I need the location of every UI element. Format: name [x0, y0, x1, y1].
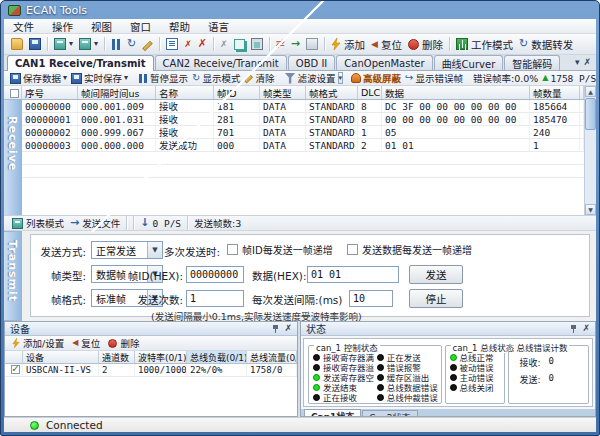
device-checkbox[interactable] — [11, 365, 20, 374]
pause-button[interactable] — [108, 38, 124, 51]
tab-close-icon[interactable]: ✗ — [583, 57, 591, 67]
pin-icon[interactable] — [570, 324, 578, 333]
show-error-frame-button[interactable]: ↪显示错误帧 — [403, 71, 465, 85]
close-icon[interactable]: ✗ — [284, 324, 292, 333]
copy-button[interactable] — [231, 38, 248, 51]
delete-button[interactable]: 删除 — [405, 36, 446, 53]
filter-dropdown[interactable]: ▾ — [338, 72, 344, 84]
column-header[interactable]: 设备 — [23, 351, 99, 363]
device-load-cell: 22%/0% — [187, 364, 247, 376]
frame-id-input[interactable]: 00000000 — [186, 266, 244, 283]
column-header[interactable]: 数据 — [382, 86, 530, 99]
filter-settings-button[interactable]: 滤波设置 — [283, 71, 338, 85]
cut-button[interactable]: ✗ — [217, 37, 231, 51]
work-mode-button[interactable]: 工作模式 — [453, 36, 516, 53]
clear-button[interactable] — [139, 40, 156, 49]
scroll-up-icon[interactable]: ▲ — [585, 86, 596, 97]
column-header[interactable]: 帧类型 — [260, 86, 306, 99]
frame-type-label: 帧类型: — [31, 268, 86, 283]
interval-input[interactable]: 10 — [349, 290, 393, 307]
go-button[interactable]: → — [288, 37, 303, 51]
data-increment-checkbox[interactable] — [347, 244, 358, 255]
column-header[interactable]: 总线流量(0/1) — [247, 351, 297, 363]
table-cell: 000.001.031 — [78, 113, 156, 125]
column-header[interactable]: 帧格式 — [306, 86, 358, 99]
table-row[interactable]: 00000001000.001.031接收281DATASTANDARD800 … — [22, 113, 584, 126]
tab-can1-status[interactable]: Can1状态 — [304, 409, 361, 417]
delete-frame-button[interactable]: ✗ — [181, 37, 195, 51]
receive-scrollbar[interactable]: ▲ ▼ — [584, 86, 596, 215]
data-hex-input[interactable]: 01 01 — [307, 266, 399, 283]
paste-button[interactable] — [248, 37, 266, 51]
tab-smart-decode[interactable]: 智能解码 — [504, 55, 560, 70]
caret-down-icon: ▾ — [94, 39, 98, 49]
device-add-button[interactable]: 添加/设置 — [9, 335, 67, 351]
menu-language[interactable]: 语言 — [199, 19, 238, 33]
pause-display-button[interactable]: 暂停显示 — [136, 71, 190, 85]
document-icon — [166, 38, 178, 50]
close-icon[interactable]: ✗ — [582, 324, 590, 333]
tab-obd2[interactable]: OBD II — [288, 55, 336, 70]
title-bar[interactable]: ECAN Tools — [1, 1, 599, 19]
open-file-button[interactable] — [8, 37, 26, 51]
transmit-form: 发送方式: 正常发送▼ 多次发送时: 帧ID每发送一帧递增 发送数据每发送一帧递… — [30, 234, 590, 317]
device-row[interactable]: USBCAN-II-VS 2 1000/1000 22%/0% 1758/0 — [5, 364, 297, 377]
menu-help[interactable]: 帮助 — [160, 19, 199, 33]
receive-view-dropdown[interactable]: ▾ — [51, 37, 76, 51]
pin-icon[interactable] — [272, 324, 280, 333]
select-all-checkbox[interactable] — [10, 89, 19, 98]
column-header[interactable]: 帧间隔时间us — [78, 86, 156, 99]
refresh-button[interactable]: ↻ — [124, 37, 139, 51]
save-data-button[interactable]: 保存数据▾ — [8, 71, 69, 85]
id-increment-checkbox[interactable] — [227, 244, 238, 255]
window-button[interactable] — [303, 37, 321, 51]
data-increment-option[interactable]: 发送数据每发送一帧递增 — [347, 242, 472, 257]
column-header[interactable]: 波特率(0/1) — [135, 351, 187, 363]
table-row[interactable]: 00000003000.000.000发送成功000DATASTANDARD20… — [22, 139, 584, 152]
tab-scroll-icon[interactable]: ▾ — [575, 57, 580, 67]
scrollbar-thumb[interactable] — [585, 98, 596, 130]
data-increment-label: 发送数据每发送一帧递增 — [362, 242, 472, 257]
menu-operation[interactable]: 操作 — [43, 19, 82, 33]
realtime-save-button[interactable]: 实时保存▾ — [69, 71, 130, 85]
add-button[interactable]: 添加 — [328, 36, 368, 53]
column-header[interactable]: 帧数量 — [530, 86, 580, 99]
column-header[interactable]: 序号 — [22, 86, 78, 99]
tab-curve[interactable]: 曲线Curver — [434, 55, 504, 70]
reset-button[interactable]: ◀复位 — [368, 36, 405, 53]
tab-can2-status[interactable]: Can2状态 — [362, 410, 417, 417]
caret-down-icon[interactable]: ▼ — [147, 242, 162, 258]
column-header[interactable]: 名称 — [156, 86, 214, 99]
device-delete-button[interactable]: 删除 — [105, 335, 142, 351]
tab-canopenmaster[interactable]: CanOpenMaster — [336, 55, 432, 70]
column-header[interactable]: DLC — [358, 86, 382, 99]
send-button[interactable]: 发送 — [409, 265, 463, 284]
id-increment-option[interactable]: 帧ID每发送一帧递增 — [227, 242, 333, 257]
tab-can1-receive-transmit[interactable]: CAN1 Receive/Transmit — [7, 55, 154, 71]
device-add-label: 添加/设置 — [23, 336, 64, 350]
send-mode-select[interactable]: 正常发送▼ — [91, 241, 163, 259]
menu-window[interactable]: 窗口 — [121, 19, 160, 33]
delete-all-button[interactable]: ✗ — [195, 37, 210, 51]
list-mode-button[interactable]: 列表模式 — [9, 216, 67, 230]
scroll-down-icon[interactable]: ▼ — [585, 204, 596, 215]
table-row[interactable]: 00000000000.001.009接收181DATASTANDARD8DC … — [22, 100, 584, 113]
toolbar-separator — [47, 37, 48, 51]
new-frame-button[interactable] — [163, 37, 181, 51]
receive-side-tab[interactable]: Receive — [4, 100, 22, 215]
transmit-side-tab[interactable]: Transmit — [4, 231, 22, 321]
column-header[interactable]: 总线负载(0/1) — [187, 351, 247, 363]
device-reset-button[interactable]: ◀复位 — [69, 335, 103, 351]
menu-file[interactable]: 文件 — [4, 19, 43, 33]
column-header[interactable]: 通道数 — [99, 351, 135, 363]
display-mode-button[interactable]: ↻显示模式 — [190, 71, 242, 85]
stop-button[interactable]: 停止 — [409, 289, 463, 308]
advanced-mask-label: 高级屏蔽 — [363, 71, 401, 85]
advanced-mask-button[interactable]: 高级屏蔽 — [349, 71, 403, 85]
table-row[interactable]: 00000002000.999.067接收701DATASTANDARD1052… — [22, 126, 584, 139]
save-button[interactable] — [26, 37, 44, 51]
menu-view[interactable]: 视图 — [82, 19, 121, 33]
transmit-view-dropdown[interactable]: ▾ — [76, 37, 101, 51]
send-count-input[interactable]: 1 — [186, 290, 244, 307]
data-forward-button[interactable]: ↻数据转发 — [516, 36, 576, 53]
